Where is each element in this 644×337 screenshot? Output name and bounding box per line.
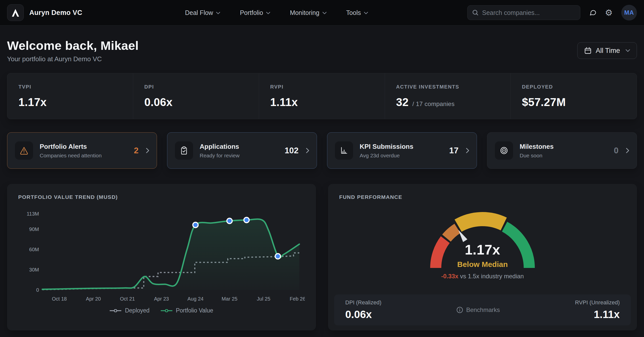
chevron-right-icon [626, 148, 629, 153]
gauge-status-badge: Below Median [422, 260, 543, 269]
legend-item-portfolio-value[interactable]: Portfolio Value [161, 307, 213, 314]
main-content: Welcome back, Mikael Your portfolio at A… [0, 37, 644, 330]
fund-performance-title: FUND PERFORMANCE [339, 194, 402, 200]
top-nav: Auryn Demo VC Deal Flow Portfolio Monito… [0, 0, 644, 26]
nav-item-tools[interactable]: Tools [346, 9, 368, 16]
svg-text:30M: 30M [29, 267, 39, 272]
gauge-delta-value: -0.33x [441, 273, 458, 280]
benchmarks-label: Benchmarks [466, 306, 500, 313]
portfolio-trend-panel: PORTFOLIO VALUE TREND (MUSD) 030M60M90M1… [7, 184, 316, 330]
legend-label: Portfolio Value [176, 307, 213, 314]
welcome-row: Welcome back, Mikael Your portfolio at A… [7, 37, 637, 65]
kpi-value: $57.27M [522, 96, 626, 109]
nav-item-portfolio[interactable]: Portfolio [240, 9, 270, 16]
legend-item-deployed[interactable]: Deployed [110, 307, 149, 314]
chart-legend: Deployed Portfolio Value [18, 307, 305, 314]
milestones-card[interactable]: Milestones Due soon 0 [487, 132, 637, 169]
svg-text:Mar 25: Mar 25 [222, 296, 237, 302]
kpi-strip: TVPI 1.17x DPI 0.06x RVPI 1.11x ACTIVE I… [7, 73, 637, 119]
card-title: Milestones [520, 143, 607, 151]
kpi-value: 0.06x [144, 96, 248, 109]
svg-text:Aug 24: Aug 24 [188, 296, 204, 302]
card-icon-tile [175, 141, 193, 160]
chat-icon [589, 9, 596, 16]
kpi-label: TVPI [18, 84, 122, 90]
nav-item-label: Tools [346, 9, 361, 16]
svg-text:113M: 113M [27, 211, 39, 217]
gauge-delta: -0.33x vs 1.5x industry median [422, 273, 543, 280]
info-icon [456, 307, 463, 313]
kpi-label: RVPI [270, 84, 374, 90]
dpi-stat: DPI (Realized) 0.06x [345, 299, 381, 321]
chevron-down-icon [266, 12, 270, 14]
action-cards-row: Portfolio Alerts Companies need attentio… [7, 132, 637, 169]
card-icon-tile [495, 141, 513, 160]
page-subtitle: Your portfolio at Auryn Demo VC [7, 55, 139, 63]
chevron-down-icon [216, 12, 220, 14]
kpi-value: 1.17x [18, 96, 122, 109]
svg-text:Apr 23: Apr 23 [154, 296, 169, 302]
page-title: Welcome back, Mikael [7, 38, 139, 53]
rvpi-stat: RVPI (Unrealized) 1.11x [575, 299, 620, 321]
applications-card[interactable]: Applications Ready for review 102 [167, 132, 317, 169]
card-subtitle: Avg 23d overdue [360, 153, 443, 159]
chat-button[interactable] [589, 9, 596, 16]
kpi-rvpi: RVPI 1.11x [259, 73, 385, 119]
kpi-label: DEPLOYED [522, 84, 626, 90]
card-count: 17 [449, 146, 458, 155]
gauge-delta-suffix: vs 1.5x industry median [458, 273, 524, 280]
avatar[interactable]: MA [621, 5, 637, 20]
time-filter-label: All Time [596, 47, 620, 55]
nav-item-monitoring[interactable]: Monitoring [290, 9, 327, 16]
benchmarks-link[interactable]: Benchmarks [456, 306, 500, 313]
kpi-tvpi: TVPI 1.17x [7, 73, 133, 119]
search-input[interactable] [482, 9, 576, 16]
warning-triangle-icon [19, 146, 29, 155]
auryn-logo-icon [11, 8, 20, 17]
brand[interactable]: Auryn Demo VC [7, 4, 82, 21]
brand-logo [7, 4, 24, 21]
nav-item-deal-flow[interactable]: Deal Flow [185, 9, 220, 16]
stat-label: DPI (Realized) [345, 299, 381, 306]
settings-button[interactable]: ⚙ [605, 8, 613, 17]
kpi-value: 1.11x [270, 96, 374, 109]
calendar-icon [584, 47, 592, 54]
card-icon-tile [335, 141, 353, 160]
stat-value: 1.11x [575, 308, 620, 321]
bar-chart-icon [339, 146, 349, 155]
card-title: KPI Submissions [360, 143, 443, 151]
kpi-active-investments: ACTIVE INVESTMENTS 32 / 17 companies [385, 73, 511, 119]
svg-text:90M: 90M [29, 226, 39, 232]
chevron-down-icon [364, 12, 368, 14]
card-subtitle: Ready for review [200, 153, 278, 159]
kpi-label: ACTIVE INVESTMENTS [396, 84, 499, 90]
svg-text:0: 0 [36, 287, 39, 293]
trend-chart-title: PORTFOLIO VALUE TREND (MUSD) [18, 194, 118, 200]
time-filter-button[interactable]: All Time [577, 42, 637, 59]
clipboard-check-icon [179, 146, 189, 155]
nav-item-label: Deal Flow [185, 9, 213, 16]
svg-text:60M: 60M [29, 247, 39, 252]
svg-text:Oct 18: Oct 18 [52, 296, 67, 302]
trend-chart-svg: 030M60M90M113MOct 18Apr 20Oct 21Apr 23Au… [18, 206, 305, 306]
card-count: 0 [614, 146, 618, 155]
brand-name: Auryn Demo VC [29, 9, 82, 17]
svg-text:Jul 25: Jul 25 [257, 296, 270, 302]
svg-text:Feb 26: Feb 26 [290, 296, 305, 302]
nav-item-label: Portfolio [240, 9, 263, 16]
fund-performance-panel: FUND PERFORMANCE 1.17x Below Median -0.3… [328, 184, 637, 330]
gauge-text: 1.17x Below Median -0.33x vs 1.5x indust… [422, 242, 543, 280]
kpi-submissions-card[interactable]: KPI Submissions Avg 23d overdue 17 [327, 132, 477, 169]
card-title: Applications [200, 143, 278, 151]
trend-chart: 030M60M90M113MOct 18Apr 20Oct 21Apr 23Au… [18, 206, 305, 314]
deployed-line-marker-icon [110, 309, 121, 312]
card-subtitle: Due soon [520, 153, 607, 159]
search-icon [472, 9, 479, 16]
chevron-right-icon [306, 148, 309, 153]
card-icon-tile [15, 141, 33, 160]
gauge-needle [458, 230, 467, 242]
gauge-value: 1.17x [422, 242, 543, 258]
svg-text:Apr 20: Apr 20 [86, 296, 101, 302]
target-icon [499, 146, 509, 155]
portfolio-alerts-card[interactable]: Portfolio Alerts Companies need attentio… [7, 132, 157, 169]
